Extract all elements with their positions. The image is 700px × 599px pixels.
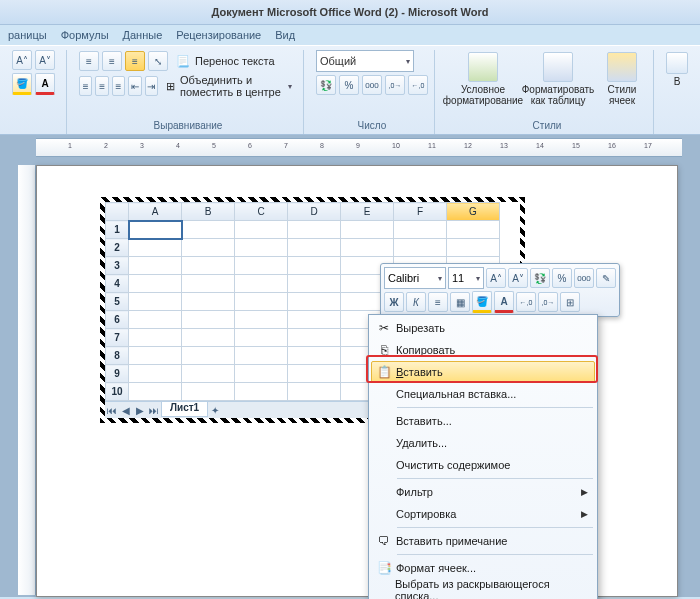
- new-sheet-button[interactable]: ✦: [208, 403, 222, 417]
- cell[interactable]: [288, 293, 341, 311]
- cell[interactable]: [182, 383, 235, 401]
- cell[interactable]: [182, 329, 235, 347]
- sheet-tab[interactable]: Лист1: [161, 401, 208, 417]
- align-middle-button[interactable]: ≡: [102, 51, 122, 71]
- cell[interactable]: [129, 347, 182, 365]
- menu-delete[interactable]: Удалить...: [371, 432, 595, 454]
- cell[interactable]: [447, 239, 500, 257]
- cell[interactable]: [235, 239, 288, 257]
- cell[interactable]: [288, 347, 341, 365]
- cell[interactable]: [288, 311, 341, 329]
- cell[interactable]: [129, 383, 182, 401]
- cell[interactable]: [235, 311, 288, 329]
- row-header[interactable]: 1: [106, 221, 129, 239]
- col-header-g[interactable]: G: [447, 203, 500, 221]
- col-header-e[interactable]: E: [341, 203, 394, 221]
- cell[interactable]: [129, 221, 182, 239]
- cell[interactable]: [235, 275, 288, 293]
- wrap-text-button[interactable]: 📃Перенос текста: [171, 50, 280, 72]
- col-header-b[interactable]: B: [182, 203, 235, 221]
- sheet-nav-first[interactable]: ⏮: [105, 403, 119, 417]
- align-center-button[interactable]: ≡: [95, 76, 108, 96]
- mini-accounting-button[interactable]: 💱: [530, 268, 550, 288]
- tab-review[interactable]: Рецензирование: [176, 29, 261, 41]
- decrease-indent-button[interactable]: ⇤: [128, 76, 141, 96]
- cell[interactable]: [394, 221, 447, 239]
- align-bottom-button[interactable]: ≡: [125, 51, 145, 71]
- mini-percent-button[interactable]: %: [552, 268, 572, 288]
- accounting-format-button[interactable]: 💱: [316, 75, 336, 95]
- menu-copy[interactable]: ⎘Копировать: [371, 339, 595, 361]
- sheet-nav-prev[interactable]: ◀: [119, 403, 133, 417]
- menu-comment[interactable]: 🗨Вставить примечание: [371, 530, 595, 552]
- menu-cut[interactable]: ✂Вырезать: [371, 317, 595, 339]
- tab-formulas[interactable]: Формулы: [61, 29, 109, 41]
- menu-clear[interactable]: Очистить содержимое: [371, 454, 595, 476]
- mini-font-dropdown[interactable]: Calibri▾: [384, 267, 446, 289]
- increase-font-button[interactable]: A˄: [12, 50, 32, 70]
- comma-format-button[interactable]: 000: [362, 75, 382, 95]
- row-header[interactable]: 8: [106, 347, 129, 365]
- mini-inc-decimal-button[interactable]: ,0→: [538, 292, 558, 312]
- mini-borders-button[interactable]: ▦: [450, 292, 470, 312]
- font-color-button[interactable]: A: [35, 73, 55, 95]
- cell[interactable]: [129, 311, 182, 329]
- horizontal-ruler[interactable]: 1234567891011121314151617: [36, 138, 682, 157]
- cell[interactable]: [341, 239, 394, 257]
- decrease-font-button[interactable]: A˅: [35, 50, 55, 70]
- mini-size-dropdown[interactable]: 11▾: [448, 267, 484, 289]
- mini-align-center-button[interactable]: ≡: [428, 292, 448, 312]
- insert-cells-button[interactable]: В: [666, 50, 688, 87]
- cell[interactable]: [288, 275, 341, 293]
- mini-dec-decimal-button[interactable]: ←,0: [516, 292, 536, 312]
- cell[interactable]: [394, 239, 447, 257]
- cell[interactable]: [182, 257, 235, 275]
- merge-center-button[interactable]: ⊞Объединить и поместить в центре▾: [161, 75, 297, 97]
- row-header[interactable]: 4: [106, 275, 129, 293]
- cell[interactable]: [288, 221, 341, 239]
- cell[interactable]: [182, 275, 235, 293]
- col-header-f[interactable]: F: [394, 203, 447, 221]
- cell[interactable]: [129, 275, 182, 293]
- menu-filter[interactable]: Фильтр▶: [371, 481, 595, 503]
- mini-font-color-button[interactable]: A: [494, 291, 514, 313]
- cell[interactable]: [288, 329, 341, 347]
- cell[interactable]: [129, 239, 182, 257]
- cell[interactable]: [182, 293, 235, 311]
- tab-pages[interactable]: раницы: [8, 29, 47, 41]
- mini-bold-button[interactable]: Ж: [384, 292, 404, 312]
- increase-decimal-button[interactable]: ,0→: [385, 75, 405, 95]
- cell[interactable]: [288, 257, 341, 275]
- cell[interactable]: [182, 347, 235, 365]
- cell[interactable]: [235, 383, 288, 401]
- cell[interactable]: [129, 365, 182, 383]
- mini-shrink-font-button[interactable]: A˅: [508, 268, 528, 288]
- mini-merge-button[interactable]: ⊞: [560, 292, 580, 312]
- row-header[interactable]: 10: [106, 383, 129, 401]
- cell[interactable]: [235, 365, 288, 383]
- cell[interactable]: [288, 239, 341, 257]
- align-top-button[interactable]: ≡: [79, 51, 99, 71]
- cell[interactable]: [182, 221, 235, 239]
- cell[interactable]: [447, 221, 500, 239]
- menu-format-cells[interactable]: 📑Формат ячеек...: [371, 557, 595, 579]
- cell[interactable]: [288, 365, 341, 383]
- row-header[interactable]: 7: [106, 329, 129, 347]
- sheet-nav-next[interactable]: ▶: [133, 403, 147, 417]
- vertical-ruler[interactable]: [18, 165, 36, 595]
- conditional-formatting-button[interactable]: Условное форматирование: [447, 50, 519, 106]
- cell[interactable]: [341, 221, 394, 239]
- menu-paste[interactable]: 📋Вставить: [371, 361, 595, 383]
- mini-format-painter-button[interactable]: ✎: [596, 268, 616, 288]
- cell[interactable]: [235, 347, 288, 365]
- col-header-d[interactable]: D: [288, 203, 341, 221]
- cell[interactable]: [129, 293, 182, 311]
- mini-comma-button[interactable]: 000: [574, 268, 594, 288]
- cell[interactable]: [182, 239, 235, 257]
- format-as-table-button[interactable]: Форматировать как таблицу: [522, 50, 594, 106]
- menu-dropdown-list[interactable]: Выбрать из раскрывающегося списка...: [371, 579, 595, 599]
- row-header[interactable]: 5: [106, 293, 129, 311]
- row-header[interactable]: 2: [106, 239, 129, 257]
- cell[interactable]: [129, 257, 182, 275]
- row-header[interactable]: 6: [106, 311, 129, 329]
